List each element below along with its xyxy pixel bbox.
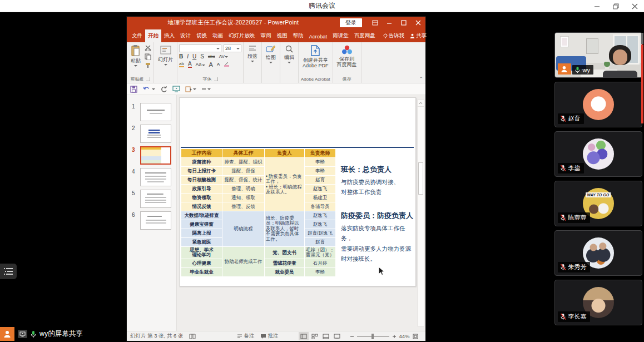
zoom-slider-thumb[interactable] <box>371 334 374 339</box>
table-cell[interactable]: 赵育 <box>305 238 336 247</box>
table-cell[interactable]: 班长、防疫委员：明确流程以及联系人，暂时不需要负责具体工作。 <box>265 211 305 247</box>
table-cell[interactable]: 石月婷 <box>305 259 336 267</box>
font-color-button[interactable]: A <box>188 61 192 68</box>
underline-button[interactable]: U <box>192 53 196 60</box>
undo-icon[interactable] <box>142 86 155 92</box>
customize-qat-icon[interactable] <box>201 87 211 92</box>
text-shadow-button[interactable]: S <box>200 53 204 60</box>
tab-animations[interactable]: 动画 <box>210 29 226 42</box>
table-cell[interactable]: 李晔 <box>305 158 336 167</box>
copy-icon[interactable] <box>145 53 152 60</box>
participant-tile-lichangjia[interactable]: 李长嘉 <box>554 280 642 325</box>
notes-toggle[interactable]: 备注 <box>237 333 255 340</box>
editing-button[interactable]: 编辑 <box>282 43 296 65</box>
scroll-up-icon[interactable] <box>418 100 424 107</box>
tab-tell-me[interactable]: 告诉我 <box>380 29 408 42</box>
slide-thumbnail-4[interactable]: 4 <box>127 168 176 186</box>
table-cell[interactable]: 情况反馈 <box>181 202 222 211</box>
zoom-in-icon[interactable] <box>392 334 397 339</box>
table-cell[interactable]: 各辅导员 <box>305 202 336 211</box>
participant-tile-chenrongrong[interactable]: WAY TO GO 陈蓉蓉 <box>554 181 642 226</box>
slide-thumbnail-3[interactable]: 3 <box>127 146 176 165</box>
slide-canvas[interactable]: 工作内容具体工作负责人负责老师疫苗接种排查、提醒、组织• 防疫委员：负责工作； … <box>177 95 425 331</box>
table-cell[interactable]: 大数据/轨迹排查 <box>181 211 222 220</box>
slide[interactable]: 工作内容具体工作负责人负责老师疫苗接种排查、提醒、组织• 防疫委员：负责工作； … <box>179 97 416 286</box>
comments-toggle[interactable]: 批注 <box>260 333 279 340</box>
fit-to-window-icon[interactable] <box>413 334 418 339</box>
participant-tile-zhuxiufang[interactable]: 朱秀芳 <box>554 230 642 276</box>
highlight-color-button[interactable]: ab <box>179 61 184 67</box>
table-cell[interactable]: • 防疫委员：负责工作； • 班长：明确流程及联系人。 <box>265 158 305 211</box>
table-cell[interactable]: 整理、明确 <box>222 185 265 194</box>
table-cell[interactable]: 明确流程 <box>222 211 265 247</box>
zoom-slider[interactable] <box>357 336 389 337</box>
table-cell[interactable]: 政策引导 <box>181 185 222 194</box>
dialog-launcher-icon[interactable] <box>214 77 218 81</box>
restore-icon[interactable] <box>606 0 625 12</box>
slide-thumbnail-2[interactable]: 2 <box>127 125 176 143</box>
table-cell[interactable]: 负责人 <box>265 149 305 158</box>
slide-thumbnail-6[interactable]: 6 <box>127 211 176 230</box>
table-cell[interactable]: 杨建卫 <box>305 194 336 202</box>
table-cell[interactable]: 每日上报打卡 <box>181 167 222 176</box>
panel-scrollbar-track[interactable] <box>641 33 643 44</box>
table-cell[interactable]: 隔离上报 <box>181 229 222 238</box>
table-cell[interactable]: 排查、提醒、组织 <box>222 158 265 167</box>
tab-yuketang[interactable]: 雨课堂 <box>330 29 351 42</box>
format-painter-icon[interactable] <box>145 62 152 68</box>
table-cell[interactable]: 思想、学术 理论学习 <box>181 247 222 259</box>
tab-view[interactable]: 视图 <box>274 29 290 42</box>
table-cell[interactable]: 李晔 <box>305 167 336 176</box>
reuse-slides-icon[interactable] <box>185 86 196 92</box>
table-cell[interactable]: 整理、反馈 <box>222 202 265 211</box>
start-slideshow-icon[interactable] <box>172 86 180 92</box>
tab-review[interactable]: 审阅 <box>258 29 274 42</box>
new-slide-button[interactable]: 幻灯片 <box>156 43 175 67</box>
tab-slideshow[interactable]: 幻灯片放映 <box>226 29 258 42</box>
meeting-sidebar-toggle-button[interactable] <box>0 264 17 279</box>
zoom-out-icon[interactable] <box>350 334 354 339</box>
shrink-font-button[interactable]: A <box>217 62 220 67</box>
participant-tile-wy[interactable]: wy <box>554 32 642 78</box>
table-cell[interactable]: 提醒、督促 <box>222 167 265 176</box>
strikethrough-button[interactable]: abc <box>208 54 215 59</box>
italic-button[interactable]: I <box>187 53 189 60</box>
table-cell[interactable]: 赵逸飞 <box>305 185 336 194</box>
tab-insert[interactable]: 插入 <box>161 29 177 42</box>
table-cell[interactable]: 赵育/赵逸飞 <box>305 229 336 238</box>
save-icon[interactable] <box>130 86 137 93</box>
redo-icon[interactable] <box>160 86 167 92</box>
char-spacing-button[interactable]: AV <box>219 54 228 59</box>
table-cell[interactable]: 赵育 <box>305 176 336 185</box>
draw-button[interactable]: 绘图 <box>264 43 278 65</box>
create-share-pdf-button[interactable]: 创建并共享 Adobe PDF <box>300 43 331 70</box>
slide-thumbnail-1[interactable]: 1 <box>127 103 176 121</box>
reading-view-icon[interactable] <box>321 332 331 340</box>
tab-home[interactable]: 开始 <box>145 29 161 42</box>
spell-check-icon[interactable] <box>189 333 196 339</box>
table-cell[interactable]: 提醒、督促、统计 <box>222 176 265 185</box>
tab-acrobat[interactable]: Acrobat <box>306 31 330 42</box>
scrollbar-thumb[interactable] <box>418 162 423 195</box>
save-to-baidu-button[interactable]: 保存到 百度网盘 <box>335 43 359 69</box>
table-cell[interactable]: 雪绒花使者 <box>265 259 305 267</box>
collapse-ribbon-icon[interactable]: ⌃ <box>419 76 423 82</box>
font-size-select[interactable]: 28 <box>224 44 241 52</box>
table-cell[interactable]: 健康宝弹窗 <box>181 220 222 229</box>
table-cell[interactable]: 毕业生就业 <box>181 267 222 276</box>
ppt-close-icon[interactable] <box>411 17 425 29</box>
close-icon[interactable] <box>625 0 644 12</box>
table-cell[interactable]: 负责老师 <box>305 149 336 158</box>
slideshow-view-icon[interactable] <box>332 332 342 340</box>
participant-tile-lijun[interactable]: 李鋆 <box>554 131 642 177</box>
table-cell[interactable]: 毛婷（团）； 曹灌元（党） <box>305 247 336 259</box>
table-cell[interactable]: 疫苗接种 <box>181 158 222 167</box>
table-cell[interactable]: 李晔 <box>305 267 336 276</box>
change-case-button[interactable]: Aa <box>196 62 205 67</box>
normal-view-icon[interactable] <box>299 332 309 340</box>
bold-button[interactable]: B <box>179 53 183 60</box>
zoom-level[interactable]: 44% <box>399 333 410 339</box>
participant-tile-zhaoyu[interactable]: 赵育 <box>554 82 642 127</box>
slide-thumbnail-5[interactable]: 5 <box>127 190 176 208</box>
ribbon-options-icon[interactable] <box>368 17 382 29</box>
